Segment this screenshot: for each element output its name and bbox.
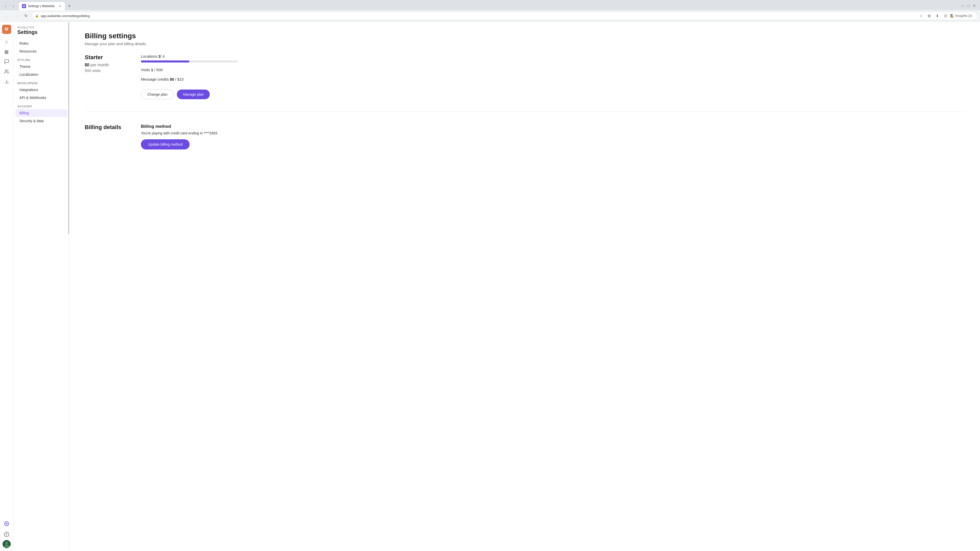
- address-bar-row: ← → ↻ 🔒 app.waitwhile.com/settings/billi…: [0, 10, 980, 21]
- tab-close-button[interactable]: ✕: [58, 4, 62, 8]
- chat-icon: [4, 59, 9, 65]
- sidebar: Moodjoy7434 Settings Roles Resources Sty…: [13, 22, 69, 551]
- tab-back-button[interactable]: ‹: [2, 3, 9, 10]
- plan-name: Starter: [85, 54, 126, 61]
- back-button[interactable]: ←: [3, 12, 11, 20]
- nav-home-button[interactable]: ⌂: [2, 37, 11, 46]
- nav-analytics-button[interactable]: [2, 78, 11, 87]
- page-title: Billing settings: [85, 32, 965, 40]
- update-billing-method-button[interactable]: Update billing method: [141, 139, 189, 149]
- minimize-button[interactable]: —: [961, 4, 965, 7]
- sidebar-account-name: Moodjoy7434: [18, 26, 65, 29]
- change-plan-button[interactable]: Change plan: [141, 89, 174, 99]
- sidebar-title: Settings: [18, 29, 65, 35]
- nav-help-button[interactable]: ?: [2, 530, 11, 539]
- billing-details-label: Billing details: [85, 124, 126, 149]
- page-header: Billing settings Manage your plan and bi…: [85, 32, 965, 46]
- locations-progress-bar: [141, 60, 238, 62]
- team-icon: [4, 69, 9, 76]
- new-tab-button[interactable]: +: [66, 3, 73, 10]
- tab-forward-button[interactable]: ›: [10, 3, 17, 10]
- sidebar-section-account: Account: [13, 102, 69, 109]
- visits-stat: Visits 1 / 500: [141, 68, 965, 72]
- online-indicator: [9, 546, 11, 548]
- plan-actions: Change plan Manage plan: [141, 89, 965, 99]
- message-credits-label: Message credits $0 / $15: [141, 77, 965, 81]
- help-icon: ?: [4, 532, 9, 537]
- incognito-badge[interactable]: 🕵 Incognito (2): [950, 12, 972, 19]
- browser-chrome: ‹ › M Settings | Waitwhile ✕ + — □ ✕ ← →…: [0, 0, 980, 22]
- sidebar-item-billing[interactable]: Billing: [15, 109, 67, 117]
- analytics-icon: [4, 79, 9, 86]
- icon-nav: M ⌂ ▦: [0, 22, 13, 551]
- tab-navigation: ‹ ›: [2, 3, 17, 10]
- visits-label: Visits 1 / 500: [141, 68, 965, 72]
- maximize-button[interactable]: □: [967, 4, 970, 7]
- nav-chat-button[interactable]: [2, 57, 11, 67]
- sidebar-section-developers: Developers: [13, 79, 69, 86]
- download-button[interactable]: ⬇: [934, 12, 941, 19]
- window-controls: — □ ✕: [961, 4, 978, 8]
- user-avatar[interactable]: [3, 540, 11, 548]
- close-window-button[interactable]: ✕: [972, 4, 976, 7]
- billing-details: Billing details Billing method You're pa…: [85, 124, 965, 149]
- calendar-icon: ▦: [4, 49, 9, 55]
- tab-favicon: M: [22, 4, 26, 8]
- plan-stats: Locations 2/ 4 Visits 1 / 500 Message cr…: [141, 54, 965, 99]
- locations-label: Locations 2/ 4: [141, 54, 965, 59]
- incognito-icon: 🕵: [950, 14, 954, 17]
- sidebar-item-api-webhooks[interactable]: API & Webhooks: [15, 94, 67, 102]
- avatar-button[interactable]: M: [2, 25, 11, 34]
- sidebar-item-localization[interactable]: Localization: [15, 71, 67, 78]
- tab-title: Settings | Waitwhile: [28, 4, 56, 8]
- sidebar-item-integrations[interactable]: Integrations: [15, 86, 67, 94]
- home-icon: ⌂: [5, 39, 8, 44]
- sidebar-scrollbar[interactable]: [68, 22, 69, 551]
- plan-price: $0 per month: [85, 63, 126, 67]
- extensions-button[interactable]: ⊞: [926, 12, 933, 19]
- active-tab[interactable]: M Settings | Waitwhile ✕: [19, 2, 65, 10]
- manage-plan-button[interactable]: Manage plan: [177, 89, 210, 99]
- message-credits-stat: Message credits $0 / $15: [141, 77, 965, 81]
- billing-method-desc: You're paying with credit card ending in…: [141, 131, 965, 135]
- billing-method-section: Billing method You're paying with credit…: [141, 124, 965, 149]
- svg-point-0: [5, 70, 7, 71]
- incognito-label: Incognito (2): [955, 14, 972, 17]
- svg-point-4: [6, 523, 7, 524]
- locations-stat: Locations 2/ 4: [141, 54, 965, 62]
- plan-visits-included: 500 visits: [85, 68, 126, 73]
- settings-icon: [4, 521, 9, 527]
- plan-info: Starter $0 per month 500 visits: [85, 54, 126, 99]
- address-bar-actions: ☆ ⊞ ⬇ ⊡ 🕵 Incognito (2): [918, 12, 974, 19]
- nav-settings-button[interactable]: [2, 519, 11, 529]
- locations-progress-fill: [141, 60, 189, 62]
- sidebar-header: Moodjoy7434 Settings: [13, 26, 69, 39]
- nav-calendar-button[interactable]: ▦: [2, 47, 11, 56]
- sidebar-item-roles[interactable]: Roles: [15, 40, 67, 47]
- sidebar-scrollbar-thumb: [68, 22, 69, 234]
- billing-card: Starter $0 per month 500 visits Location…: [85, 54, 965, 112]
- icon-nav-bottom: ?: [2, 519, 11, 548]
- sidebar-section-styling: Styling: [13, 56, 69, 62]
- main-content: Billing settings Manage your plan and bi…: [69, 22, 980, 551]
- refresh-button[interactable]: ↻: [22, 12, 30, 20]
- address-input[interactable]: 🔒 app.waitwhile.com/settings/billing ☆ ⊞…: [32, 12, 977, 20]
- sidebar-item-security-data[interactable]: Security & data: [15, 117, 67, 125]
- app-layout: M ⌂ ▦: [0, 22, 980, 551]
- sidebar-item-resources[interactable]: Resources: [15, 48, 67, 55]
- svg-point-6: [5, 541, 8, 545]
- sidebar-item-theme[interactable]: Theme: [15, 63, 67, 70]
- nav-team-button[interactable]: [2, 68, 11, 77]
- billing-method-title: Billing method: [141, 124, 965, 129]
- tab-bar: ‹ › M Settings | Waitwhile ✕ + — □ ✕: [0, 0, 980, 10]
- forward-button[interactable]: →: [12, 12, 21, 20]
- page-subtitle: Manage your plan and billing details.: [85, 41, 965, 46]
- url-text: app.waitwhile.com/settings/billing: [41, 14, 89, 18]
- lock-icon: 🔒: [35, 14, 39, 17]
- bookmark-button[interactable]: ☆: [918, 12, 924, 19]
- profile-button[interactable]: ⊡: [942, 12, 949, 19]
